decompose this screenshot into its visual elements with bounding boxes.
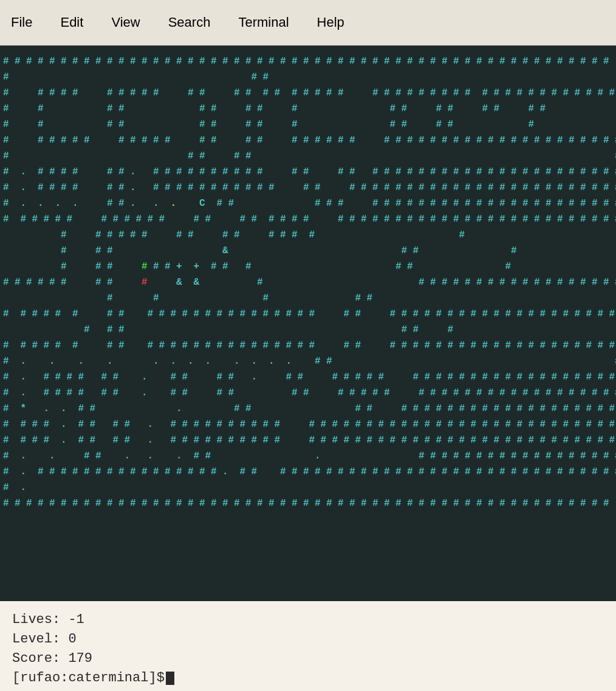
score-number: 179 [68,651,92,666]
lives-label: Lives: [12,612,60,627]
menu-edit[interactable]: Edit [55,12,88,33]
menu-view[interactable]: View [106,12,145,33]
terminal-display [0,46,616,601]
menu-search[interactable]: Search [163,12,216,33]
menubar: File Edit View Search Terminal Help [0,0,616,46]
level-line: Level: 0 [12,630,604,649]
level-number: 0 [68,631,76,647]
status-bar: Lives: -1 Level: 0 Score: 179 [rufao:cat… [0,601,616,691]
level-label: Level: [12,631,60,647]
score-label: Score: [12,651,60,666]
menu-terminal[interactable]: Terminal [233,12,293,33]
lives-line: Lives: -1 [12,610,604,630]
score-line: Score: 179 [12,649,604,669]
lives-number: -1 [68,612,84,627]
menu-help[interactable]: Help [312,12,349,33]
terminal-cursor [166,672,174,685]
prompt-line: [rufao:caterminal]$ [12,669,604,688]
menu-file[interactable]: File [6,12,37,33]
prompt-text: [rufao:caterminal]$ [12,669,165,688]
